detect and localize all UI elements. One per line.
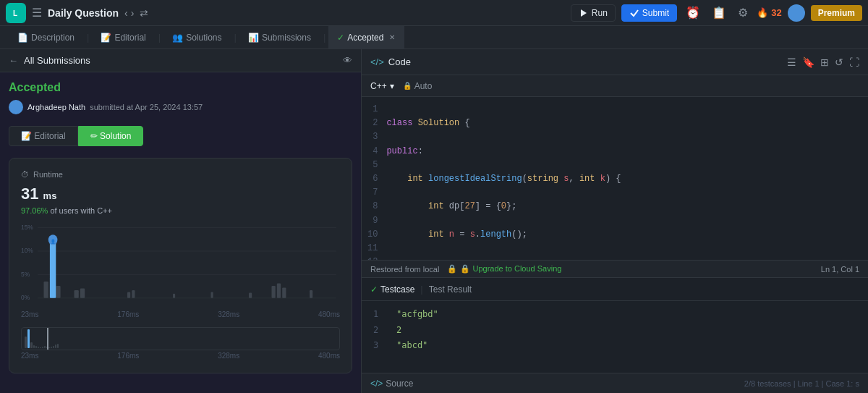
svg-rect-13: [56, 286, 60, 298]
submissions-title: All Submissions: [24, 55, 90, 66]
mini-chart-inner: [22, 328, 339, 350]
tab-accepted[interactable]: ✓ Accepted ✕: [328, 26, 404, 49]
mini-bar: [30, 342, 33, 348]
list-icon[interactable]: ☰: [787, 56, 796, 68]
accepted-badge: Accepted: [9, 81, 352, 94]
svg-rect-11: [44, 282, 48, 298]
testcase-panel: ✓ Testcase | Test Result 1 "acfgbd" 2 2 …: [362, 277, 868, 393]
source-code-icon: </>: [370, 379, 383, 389]
tab-editorial[interactable]: 📝 Editorial: [92, 26, 155, 49]
shuffle-icon[interactable]: ⇄: [140, 7, 148, 19]
left-panel-content: Accepted Arghadeep Nath submitted at Apr…: [0, 72, 361, 393]
svg-rect-19: [127, 292, 130, 297]
beats-of-label: of users with C++: [50, 206, 112, 215]
settings-icon[interactable]: ⚙: [735, 3, 751, 22]
tc-line-2: 2 2: [373, 323, 856, 339]
mini-bar: [42, 347, 43, 348]
code-tools: ☰ 🔖 ⊞ ↺ ⛶: [787, 56, 859, 68]
svg-rect-21: [173, 294, 175, 298]
mini-bar: [55, 345, 56, 348]
lock-small-icon: 🔒: [447, 264, 457, 274]
accepted-tab-icon: ✓: [337, 33, 344, 43]
editorial-toggle[interactable]: 📝 Editorial: [9, 126, 78, 146]
svg-text:5%: 5%: [21, 270, 30, 278]
code-editor[interactable]: 12345 678910 1112131415 161718 class Sol…: [362, 97, 868, 260]
test-result-tab[interactable]: Test Result: [429, 284, 472, 295]
hamburger-icon[interactable]: ☰: [32, 6, 42, 20]
solution-toggle[interactable]: ✏ Solution: [78, 126, 144, 146]
mini-bar: [48, 347, 50, 348]
avatar[interactable]: [788, 4, 805, 22]
premium-button[interactable]: Premium: [811, 5, 862, 21]
top-nav: L ☰ Daily Question ‹ › ⇄ Run Submit ⏰ 📋 …: [0, 0, 868, 26]
svg-text:👤: 👤: [51, 239, 56, 245]
mini-bar: [33, 345, 35, 348]
code-content: class Solution { public: int longestIdea…: [386, 97, 868, 260]
mini-bar-active: [27, 329, 30, 348]
mini-bar: [40, 347, 41, 348]
note-icon[interactable]: 📋: [709, 3, 729, 22]
language-selector[interactable]: C++ ▾: [370, 81, 394, 91]
tc-line-3: 3 "abcd": [373, 338, 856, 354]
lang-chevron-icon: ▾: [390, 81, 394, 91]
svg-text:0%: 0%: [21, 294, 30, 302]
svg-rect-22: [211, 292, 213, 297]
submit-button[interactable]: Submit: [621, 4, 677, 22]
mini-x-0: 23ms: [21, 352, 38, 360]
footer-testcase-info: 2/8 testcases | Line 1 | Case 1: s: [744, 379, 859, 388]
x-label-3: 480ms: [318, 310, 340, 318]
source-button[interactable]: </> Source: [370, 379, 413, 389]
code-tab: </> Code: [370, 56, 411, 67]
editor-toolbar: C++ ▾ 🔒 Auto: [362, 75, 868, 97]
fire-count: 🔥 32: [757, 7, 781, 18]
testcase-header: ✓ Testcase | Test Result: [362, 278, 868, 301]
upgrade-link[interactable]: 🔒 Upgrade to Cloud Saving: [460, 264, 561, 274]
mini-bar: [53, 346, 54, 348]
prev-arrow-icon[interactable]: ‹: [124, 7, 128, 19]
mini-bar: [57, 344, 59, 348]
tab-description[interactable]: 📄 Description: [9, 26, 84, 49]
submissions-tab-icon: 📊: [248, 33, 259, 43]
testcase-tab[interactable]: ✓ Testcase: [370, 284, 414, 295]
svg-rect-26: [282, 287, 286, 297]
editorial-icon: 📝: [21, 131, 32, 141]
footer-warning: Restored from local 🔒 🔒 Upgrade to Cloud…: [370, 264, 561, 274]
tab-sep-2: |: [156, 32, 163, 43]
svg-rect-27: [310, 290, 312, 298]
right-panel: </> Code ☰ 🔖 ⊞ ↺ ⛶ C++ ▾ 🔒 Auto: [362, 49, 868, 393]
runtime-label: ⏱ Runtime: [21, 170, 340, 179]
runtime-card: ⏱ Runtime 31 ms 97.06% of users with C++…: [9, 158, 352, 373]
runtime-beats: 97.06% of users with C++: [21, 206, 340, 215]
timer-icon[interactable]: ⏰: [683, 3, 703, 22]
expand-icon[interactable]: ⊞: [820, 56, 829, 68]
mini-bar: [25, 337, 27, 348]
tabs-bar: 📄 Description | 📝 Editorial | 👥 Solution…: [0, 26, 868, 49]
tab-submissions[interactable]: 📊 Submissions: [239, 26, 320, 49]
mini-x-3: 480ms: [318, 352, 340, 360]
svg-rect-15: [80, 289, 85, 298]
logo[interactable]: L: [6, 3, 26, 23]
clock-icon: ⏱: [21, 170, 29, 179]
next-arrow-icon[interactable]: ›: [131, 7, 135, 19]
runtime-chart: 15% 10% 5% 0%: [21, 221, 340, 308]
x-label-2: 328ms: [218, 310, 239, 318]
tab-solutions[interactable]: 👥 Solutions: [163, 26, 231, 49]
back-arrow-icon[interactable]: ←: [9, 55, 18, 66]
mini-chart: [21, 327, 340, 350]
mini-bar: [44, 346, 46, 348]
refresh-icon[interactable]: ↺: [835, 56, 843, 68]
code-lines: 12345 678910 1112131415 161718 class Sol…: [362, 97, 868, 260]
tab-sep-4: |: [320, 32, 328, 43]
auto-selector[interactable]: 🔒 Auto: [403, 81, 433, 91]
bookmark-icon[interactable]: 🔖: [802, 56, 814, 68]
svg-text:10%: 10%: [21, 247, 33, 255]
editor-footer: Restored from local 🔒 🔒 Upgrade to Cloud…: [362, 260, 868, 277]
run-button[interactable]: Run: [571, 4, 616, 22]
testcase-body: 1 "acfgbd" 2 2 3 "abcd": [362, 301, 868, 373]
submissions-header: ← All Submissions 👁: [0, 49, 361, 72]
accepted-tab-close[interactable]: ✕: [389, 33, 395, 41]
x-label-1: 176ms: [117, 310, 139, 318]
eye-icon[interactable]: 👁: [343, 55, 352, 66]
fullscreen-icon[interactable]: ⛶: [849, 56, 859, 68]
nav-right: Run Submit ⏰ 📋 ⚙ 🔥 32 Premium: [571, 3, 862, 22]
